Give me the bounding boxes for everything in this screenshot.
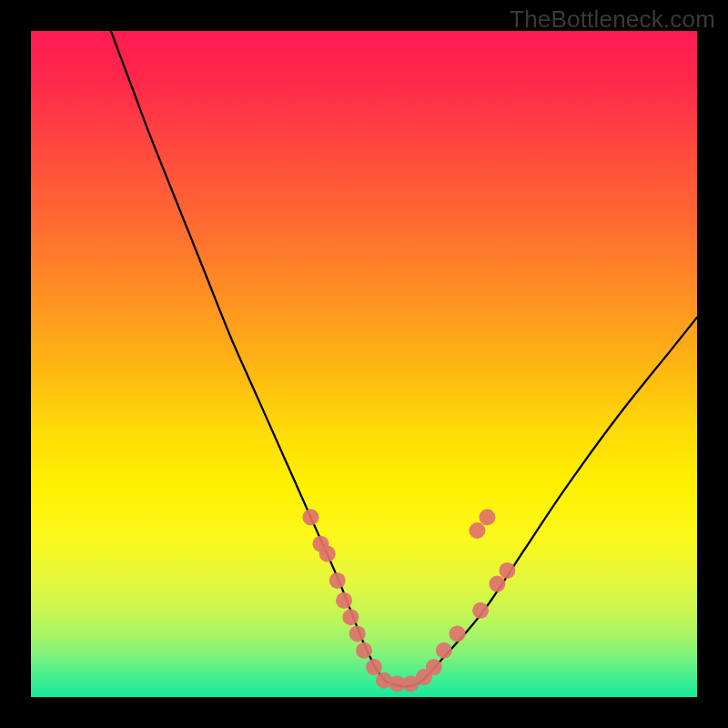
- curve-marker: [319, 546, 336, 562]
- curve-marker: [389, 675, 406, 692]
- chart-svg-layer: [31, 31, 697, 697]
- curve-marker: [489, 576, 505, 592]
- chart-plot-area: [31, 31, 697, 697]
- curve-marker: [472, 602, 489, 619]
- curve-marker: [499, 562, 515, 579]
- curve-marker: [329, 572, 346, 589]
- curve-marker: [366, 659, 382, 675]
- curve-marker: [449, 625, 465, 642]
- curve-marker: [416, 669, 432, 685]
- curve-marker: [302, 509, 318, 525]
- curve-marker: [469, 522, 485, 539]
- curve-marker: [426, 659, 442, 675]
- curve-marker: [402, 675, 419, 692]
- curve-marker: [479, 509, 495, 525]
- bottleneck-curve: [111, 31, 697, 686]
- curve-marker: [336, 592, 352, 609]
- curve-marker: [349, 625, 366, 642]
- chart-outer-frame: TheBottleneck.com: [0, 0, 728, 728]
- curve-marker: [436, 642, 452, 659]
- curve-marker: [342, 609, 359, 625]
- curve-marker: [376, 672, 392, 689]
- curve-marker: [312, 536, 329, 552]
- curve-markers: [302, 509, 515, 692]
- watermark-text: TheBottleneck.com: [510, 5, 715, 34]
- curve-marker: [356, 642, 372, 659]
